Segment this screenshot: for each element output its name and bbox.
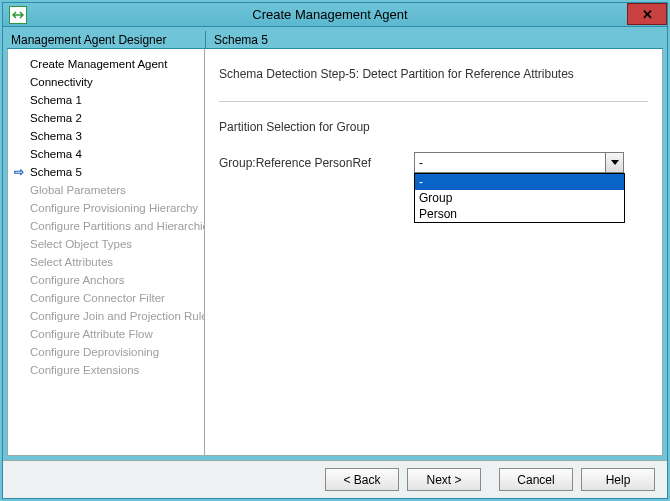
sidebar-item: Select Attributes bbox=[8, 253, 204, 271]
window-title: Create Management Agent bbox=[33, 7, 667, 22]
field-label: Group:Reference PersonRef bbox=[219, 156, 404, 170]
sidebar-item-label: Schema 1 bbox=[30, 94, 82, 106]
sidebar-item-label: Configure Join and Projection Rules bbox=[30, 310, 205, 322]
dropdown-option[interactable]: - bbox=[415, 174, 624, 190]
current-step-arrow-icon: ⇨ bbox=[14, 165, 24, 179]
sidebar-item-label: Global Parameters bbox=[30, 184, 126, 196]
sidebar-item-label: Create Management Agent bbox=[30, 58, 167, 70]
sidebar-item-label: Configure Partitions and Hierarchies bbox=[30, 220, 205, 232]
sidebar-item-label: Select Object Types bbox=[30, 238, 132, 250]
window: Create Management Agent ✕ Management Age… bbox=[2, 2, 668, 499]
sidebar-item[interactable]: Schema 1 bbox=[8, 91, 204, 109]
combo-value: - bbox=[415, 156, 605, 170]
sidebar-item: Global Parameters bbox=[8, 181, 204, 199]
chevron-down-icon bbox=[611, 160, 619, 166]
combo-dropdown-list[interactable]: -GroupPerson bbox=[414, 173, 625, 223]
sidebar-header: Management Agent Designer bbox=[7, 31, 205, 49]
sidebar-item-label: Schema 5 bbox=[30, 166, 82, 178]
sidebar-item: Configure Anchors bbox=[8, 271, 204, 289]
sidebar-item-label: Select Attributes bbox=[30, 256, 113, 268]
back-button[interactable]: < Back bbox=[325, 468, 399, 491]
section-label: Partition Selection for Group bbox=[219, 120, 648, 134]
sidebar-item: Configure Attribute Flow bbox=[8, 325, 204, 343]
partition-combo[interactable]: - -GroupPerson bbox=[414, 152, 624, 173]
titlebar: Create Management Agent ✕ bbox=[3, 3, 667, 27]
sidebar-item-label: Configure Deprovisioning bbox=[30, 346, 159, 358]
sidebar-item-label: Configure Provisioning Hierarchy bbox=[30, 202, 198, 214]
pane-headers: Management Agent Designer Schema 5 bbox=[7, 31, 663, 49]
combo-dropdown-button[interactable] bbox=[605, 153, 623, 172]
sidebar-item: Configure Join and Projection Rules bbox=[8, 307, 204, 325]
sidebar-item-label: Configure Extensions bbox=[30, 364, 139, 376]
sidebar-item-label: Schema 4 bbox=[30, 148, 82, 160]
panes: Create Management AgentConnectivitySchem… bbox=[7, 49, 663, 456]
sidebar-item[interactable]: Create Management Agent bbox=[8, 55, 204, 73]
help-button[interactable]: Help bbox=[581, 468, 655, 491]
app-icon bbox=[9, 6, 27, 24]
dialog-body: Management Agent Designer Schema 5 Creat… bbox=[3, 27, 667, 460]
sidebar-item: Select Object Types bbox=[8, 235, 204, 253]
sidebar-item[interactable]: Schema 4 bbox=[8, 145, 204, 163]
field-row: Group:Reference PersonRef - -GroupPerson bbox=[219, 152, 648, 173]
next-button[interactable]: Next > bbox=[407, 468, 481, 491]
cancel-button[interactable]: Cancel bbox=[499, 468, 573, 491]
sidebar-item-label: Configure Attribute Flow bbox=[30, 328, 153, 340]
main-pane: Schema Detection Step-5: Detect Partitio… bbox=[205, 49, 663, 456]
sidebar-item-label: Configure Anchors bbox=[30, 274, 125, 286]
sidebar-item-label: Schema 2 bbox=[30, 112, 82, 124]
close-button[interactable]: ✕ bbox=[627, 3, 667, 25]
dropdown-option[interactable]: Person bbox=[415, 206, 624, 222]
sidebar-item-label: Schema 3 bbox=[30, 130, 82, 142]
dropdown-option[interactable]: Group bbox=[415, 190, 624, 206]
divider bbox=[219, 101, 648, 102]
sidebar: Create Management AgentConnectivitySchem… bbox=[7, 49, 205, 456]
main-header: Schema 5 bbox=[205, 31, 663, 49]
sidebar-item: Configure Partitions and Hierarchies bbox=[8, 217, 204, 235]
close-icon: ✕ bbox=[642, 7, 653, 22]
sidebar-item: Configure Deprovisioning bbox=[8, 343, 204, 361]
sidebar-item[interactable]: Schema 3 bbox=[8, 127, 204, 145]
sidebar-item[interactable]: Connectivity bbox=[8, 73, 204, 91]
sidebar-item-label: Connectivity bbox=[30, 76, 93, 88]
step-title: Schema Detection Step-5: Detect Partitio… bbox=[219, 67, 648, 81]
sidebar-item[interactable]: ⇨Schema 5 bbox=[8, 163, 204, 181]
sidebar-item[interactable]: Schema 2 bbox=[8, 109, 204, 127]
footer: < Back Next > Cancel Help bbox=[3, 460, 667, 498]
sidebar-item: Configure Provisioning Hierarchy bbox=[8, 199, 204, 217]
sidebar-item: Configure Connector Filter bbox=[8, 289, 204, 307]
sidebar-item-label: Configure Connector Filter bbox=[30, 292, 165, 304]
sidebar-item: Configure Extensions bbox=[8, 361, 204, 379]
